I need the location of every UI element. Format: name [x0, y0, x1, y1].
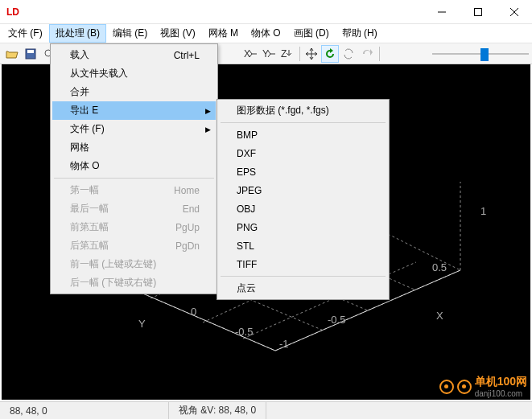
menuitem-next5: 后第五幅PgDn — [52, 236, 216, 255]
redo-icon[interactable] — [358, 45, 376, 63]
menuitem-dxf[interactable]: DXF — [219, 144, 387, 162]
watermark-logo-icon — [439, 380, 454, 394]
svg-rect-5 — [27, 50, 34, 53]
menu-separator — [221, 122, 386, 123]
menuitem-merge[interactable]: 合并 — [52, 83, 216, 101]
y-axis-icon[interactable]: Y — [260, 45, 278, 63]
menuitem-export[interactable]: 导出 E▶ — [52, 101, 216, 120]
menuitem-png[interactable]: PNG — [219, 218, 387, 236]
rotate-icon[interactable] — [321, 45, 339, 63]
menuitem-eps[interactable]: EPS — [219, 162, 387, 181]
menuitem-prev1: 前一幅 (上键或左键) — [52, 255, 216, 273]
menu-separator — [54, 178, 214, 179]
watermark: 单机100网 danji100.com — [439, 375, 527, 398]
x-axis-icon[interactable]: X — [241, 45, 259, 63]
export-submenu: 图形数据 (*.fgd, *.fgs) BMP DXF EPS JPEG OBJ… — [217, 99, 390, 300]
status-bar: 88, 48, 0 视角 &V: 88, 48, 0 — [0, 401, 532, 419]
slider-thumb-icon[interactable] — [480, 48, 489, 61]
menuitem-obj[interactable]: OBJ — [219, 199, 387, 218]
menu-view[interactable]: 视图 (V) — [154, 24, 201, 43]
tick-x-05: 0.5 — [432, 261, 447, 273]
menuitem-jpeg[interactable]: JPEG — [219, 181, 387, 199]
watermark-url: danji100.com — [475, 389, 527, 398]
batch-menu-dropdown: 载入Ctrl+L 从文件夹载入 合并 导出 E▶ 文件 (F)▶ 网格 物体 O… — [50, 43, 218, 294]
menu-grid[interactable]: 网格 M — [202, 24, 245, 43]
close-button[interactable] — [496, 0, 532, 24]
menuitem-figdata[interactable]: 图形数据 (*.fgd, *.fgs) — [219, 101, 387, 120]
menu-help[interactable]: 帮助 (H) — [336, 24, 384, 43]
tick-y-0: 0 — [191, 306, 196, 318]
save-icon[interactable] — [22, 45, 39, 63]
open-icon[interactable] — [3, 45, 21, 63]
status-coords: 88, 48, 0 — [0, 402, 169, 419]
menuitem-pointcloud[interactable]: 点云 — [219, 279, 387, 298]
tick-x-n1: -1 — [279, 338, 289, 350]
y-axis-label: Y — [138, 318, 146, 330]
minimize-button[interactable] — [423, 0, 460, 24]
chevron-right-icon: ▶ — [205, 107, 211, 115]
menuitem-bmp[interactable]: BMP — [219, 125, 387, 144]
move-icon[interactable] — [303, 45, 320, 63]
menuitem-grid[interactable]: 网格 — [52, 138, 216, 157]
menuitem-stl[interactable]: STL — [219, 236, 387, 255]
z-axis-icon[interactable]: Z — [278, 45, 296, 63]
menu-separator — [221, 276, 386, 277]
chevron-right-icon: ▶ — [205, 125, 211, 134]
title-bar: LD — [0, 0, 532, 24]
watermark-logo-icon — [457, 380, 472, 394]
x-axis-label: X — [436, 310, 443, 322]
app-icon: LD — [5, 6, 21, 18]
menuitem-first: 第一幅Home — [52, 181, 216, 199]
svg-text:Y: Y — [262, 48, 269, 60]
menuitem-last: 最后一幅End — [52, 199, 216, 218]
menuitem-next1: 后一幅 (下键或右键) — [52, 273, 216, 292]
menu-object[interactable]: 物体 O — [245, 24, 287, 43]
menu-edit[interactable]: 编辑 (E) — [106, 24, 154, 43]
zoom-slider[interactable] — [432, 47, 529, 61]
svg-text:X: X — [244, 48, 250, 60]
svg-rect-1 — [474, 8, 481, 15]
status-view: 视角 &V: 88, 48, 0 — [169, 402, 266, 419]
menuitem-load[interactable]: 载入Ctrl+L — [52, 46, 216, 64]
menu-batch[interactable]: 批处理 (B) — [49, 24, 106, 43]
tick-x-1: 1 — [480, 205, 486, 217]
menuitem-object[interactable]: 物体 O — [52, 157, 216, 175]
menuitem-load-folder[interactable]: 从文件夹载入 — [52, 64, 216, 83]
tick-y-n05: -0.5 — [235, 326, 253, 338]
menuitem-tiff[interactable]: TIFF — [219, 255, 387, 273]
watermark-name: 单机100网 — [475, 375, 527, 389]
menu-plot[interactable]: 画图 (D) — [287, 24, 336, 43]
refresh-icon[interactable] — [340, 45, 357, 63]
svg-text:Z: Z — [281, 48, 287, 60]
maximize-button[interactable] — [460, 0, 496, 24]
menuitem-file[interactable]: 文件 (F)▶ — [52, 120, 216, 138]
tick-x-n05: -0.5 — [328, 314, 345, 326]
menu-bar: 文件 (F) 批处理 (B) 编辑 (E) 视图 (V) 网格 M 物体 O 画… — [0, 24, 532, 43]
menuitem-prev5: 前第五幅PgUp — [52, 218, 216, 236]
menu-file[interactable]: 文件 (F) — [2, 24, 49, 43]
